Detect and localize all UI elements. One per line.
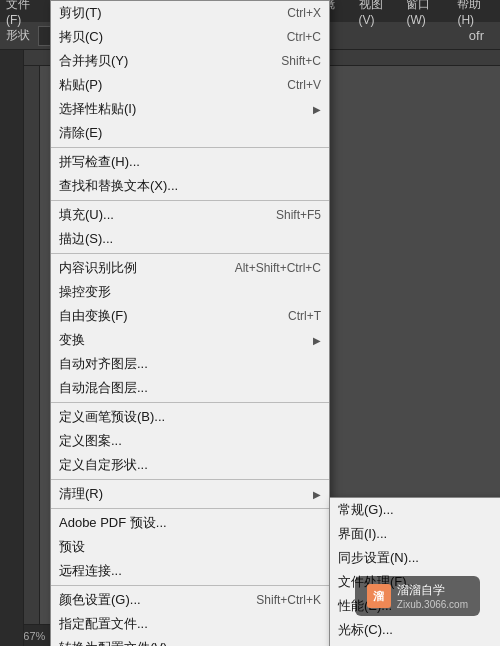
edit-dropdown-menu: 剪切(T) Ctrl+X 拷贝(C) Ctrl+C 合并拷贝(Y) Shift+… [50, 0, 330, 646]
menu-spellcheck[interactable]: 拼写检查(H)... [51, 150, 329, 174]
menu-pdf-presets[interactable]: Adobe PDF 预设... [51, 511, 329, 535]
menu-define-pattern[interactable]: 定义图案... [51, 429, 329, 453]
menu-content-aware-scale[interactable]: 内容识别比例 Alt+Shift+Ctrl+C [51, 256, 329, 280]
pref-sync[interactable]: 同步设置(N)... [330, 546, 500, 570]
separator-7 [51, 585, 329, 586]
pref-interface[interactable]: 界面(I)... [330, 522, 500, 546]
menu-copy[interactable]: 拷贝(C) Ctrl+C [51, 25, 329, 49]
menu-puppet-warp[interactable]: 操控变形 [51, 280, 329, 304]
menu-purge[interactable]: 清理(R) ▶ [51, 482, 329, 506]
menu-color-settings[interactable]: 颜色设置(G)... Shift+Ctrl+K [51, 588, 329, 612]
separator-3 [51, 253, 329, 254]
menu-merge-copy[interactable]: 合并拷贝(Y) Shift+C [51, 49, 329, 73]
menu-convert-profile[interactable]: 转换为配置文件(V)... [51, 636, 329, 646]
preferences-submenu: 常规(G)... Ctrl+K 界面(I)... 同步设置(N)... 文件处理… [329, 497, 500, 646]
menu-remote-connect[interactable]: 远程连接... [51, 559, 329, 583]
menu-transform[interactable]: 变换 ▶ [51, 328, 329, 352]
pref-general[interactable]: 常规(G)... Ctrl+K [330, 498, 500, 522]
menu-define-shape[interactable]: 定义自定形状... [51, 453, 329, 477]
menu-auto-align[interactable]: 自动对齐图层... [51, 352, 329, 376]
menu-fill[interactable]: 填充(U)... Shift+F5 [51, 203, 329, 227]
watermark-text: 溜溜自学 Zixub.3066.com [397, 582, 468, 610]
menu-help[interactable]: 帮助(H) [457, 0, 494, 27]
menu-free-transform[interactable]: 自由变换(F) Ctrl+T [51, 304, 329, 328]
menu-assign-profile[interactable]: 指定配置文件... [51, 612, 329, 636]
menu-find-replace[interactable]: 查找和替换文本(X)... [51, 174, 329, 198]
ruler-left [24, 66, 40, 624]
menu-clear[interactable]: 清除(E) [51, 121, 329, 145]
separator-6 [51, 508, 329, 509]
menu-view[interactable]: 视图(V) [359, 0, 395, 27]
pref-transparency[interactable]: 透明度与色域(T)... [330, 642, 500, 646]
watermark: 溜 溜溜自学 Zixub.3066.com [355, 576, 480, 616]
menu-define-brush[interactable]: 定义画笔预设(B)... [51, 405, 329, 429]
menu-cut[interactable]: 剪切(T) Ctrl+X [51, 1, 329, 25]
separator-5 [51, 479, 329, 480]
shape-label: 形状 [6, 27, 30, 44]
watermark-logo: 溜 [367, 584, 391, 608]
menu-stroke[interactable]: 描边(S)... [51, 227, 329, 251]
menu-window[interactable]: 窗口(W) [406, 0, 445, 27]
menu-paste[interactable]: 粘贴(P) Ctrl+V [51, 73, 329, 97]
pref-cursors[interactable]: 光标(C)... [330, 618, 500, 642]
menu-presets[interactable]: 预设 [51, 535, 329, 559]
separator-1 [51, 147, 329, 148]
ofr-text: ofr [469, 28, 484, 43]
separator-2 [51, 200, 329, 201]
menu-file[interactable]: 文件(F) [6, 0, 41, 27]
separator-4 [51, 402, 329, 403]
left-toolbar [0, 50, 24, 646]
menu-auto-blend[interactable]: 自动混合图层... [51, 376, 329, 400]
menu-paste-special[interactable]: 选择性粘贴(I) ▶ [51, 97, 329, 121]
